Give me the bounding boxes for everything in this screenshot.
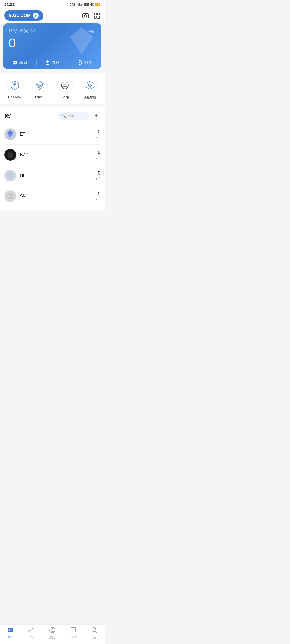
quick-chain-label: 快捷加链 — [84, 95, 96, 100]
quick-item-quick-chain[interactable]: EVM 快捷加链 — [82, 78, 98, 100]
search-icon: 🔍 — [61, 114, 66, 118]
quick-chain-icon: EVM — [85, 81, 95, 90]
svg-point-50 — [10, 155, 13, 158]
eth2-icon-wrap — [32, 78, 48, 93]
asset-item-bzz[interactable]: BZZ 0 ¥ 0 — [4, 145, 100, 165]
asset-item-hi[interactable]: hi HI 0 ¥ 0 — [4, 165, 100, 186]
bottom-spacer — [0, 211, 105, 232]
dapp-label: DApp — [61, 95, 69, 99]
hi-name: HI — [20, 173, 24, 178]
svg-marker-42 — [89, 86, 91, 88]
asset-label: 我的资产(¥) — [9, 29, 36, 34]
transfer-icon — [13, 60, 18, 65]
asset-item-left: hi HI — [4, 170, 24, 181]
gas-now-icon — [10, 80, 19, 90]
detail-link[interactable]: 详情 › — [88, 29, 96, 34]
svg-text:hi: hi — [9, 174, 12, 177]
svg-text:SKU: SKU — [8, 195, 13, 198]
asset-item-left: ETH — [4, 128, 28, 140]
assets-section: 资产 🔍 搜索 + ETH — [0, 107, 105, 211]
hi-amount: 0 — [96, 170, 100, 176]
eth2-label: Eth2.0 — [35, 95, 45, 99]
dapp-icon-wrap — [57, 78, 73, 93]
speed-indicator: 27.8 KB/s — [70, 3, 83, 6]
svg-point-47 — [8, 152, 10, 155]
status-time: 21:22 — [4, 2, 15, 7]
asset-card: 我的资产(¥) 详情 › 0 转账 — [3, 23, 102, 69]
eth2-icon — [36, 80, 44, 90]
app-header: 902D.COM › — [0, 8, 105, 23]
svg-point-18 — [31, 29, 35, 32]
asset-list: ETH 0 ¥ 0 BZZ 0 — [4, 124, 100, 206]
bzz-amount: 0 — [96, 150, 100, 155]
svg-text:EVM: EVM — [88, 84, 93, 86]
hi-logo: hi — [4, 170, 16, 181]
bzz-values: 0 ¥ 0 — [96, 150, 100, 160]
asset-item-eth[interactable]: ETH 0 ¥ 0 — [4, 124, 100, 145]
quick-chain-icon-wrap: EVM — [82, 78, 98, 93]
transfer-button[interactable]: 转账 — [13, 60, 27, 65]
card-divider-1 — [36, 60, 37, 65]
svg-marker-29 — [13, 83, 16, 86]
brand-button[interactable]: 902D.COM › — [4, 10, 44, 21]
card-actions: 转账 收款 闪兑 — [9, 56, 96, 69]
add-asset-button[interactable]: + — [92, 112, 100, 120]
brand-arrow-icon: › — [33, 13, 39, 19]
svg-rect-7 — [94, 13, 96, 15]
eye-icon[interactable] — [30, 29, 36, 34]
sku1-cny: ¥ 0 — [96, 197, 100, 201]
card-divider-2 — [68, 60, 68, 65]
brand-label: 902D.COM — [9, 13, 31, 18]
assets-title: 资产 — [4, 113, 13, 119]
svg-marker-39 — [63, 84, 67, 86]
hi-cny: ¥ 0 — [96, 177, 100, 181]
flash-exchange-button[interactable]: 闪兑 — [77, 60, 92, 65]
quick-item-dapp[interactable]: DApp — [57, 78, 73, 100]
eth-amount: 0 — [96, 129, 100, 135]
bzz-logo — [4, 149, 16, 161]
asset-item-left: SKU SKU1 — [4, 190, 31, 202]
receive-button[interactable]: 收款 — [45, 60, 60, 65]
scan-icon — [93, 12, 100, 19]
svg-rect-8 — [97, 13, 100, 15]
eth-values: 0 ¥ 0 — [96, 129, 100, 139]
dapp-icon — [61, 81, 69, 90]
quick-item-eth2[interactable]: Eth2.0 — [32, 78, 48, 100]
svg-point-19 — [32, 30, 34, 31]
search-box[interactable]: 🔍 搜索 — [57, 112, 90, 120]
status-icons: 27.8 KB/s HD 4G 18 — [70, 3, 100, 6]
svg-rect-9 — [94, 16, 96, 18]
svg-point-49 — [8, 155, 10, 158]
scan-button[interactable] — [93, 12, 100, 19]
quick-access: Gas Now Eth2.0 DApp — [0, 73, 105, 104]
sku1-values: 0 ¥ 0 — [96, 191, 100, 201]
assets-header: 资产 🔍 搜索 + — [4, 112, 100, 120]
status-bar: 21:22 27.8 KB/s HD 4G 18 — [0, 0, 105, 8]
eth-name: ETH — [20, 132, 28, 137]
network-indicator: 4G — [90, 3, 94, 6]
gas-now-icon-wrap — [7, 78, 23, 93]
camera-add-button[interactable] — [82, 12, 89, 19]
hi-values: 0 ¥ 0 — [96, 170, 100, 181]
flash-icon — [77, 60, 82, 65]
bzz-cny: ¥ 0 — [96, 156, 100, 160]
sku1-name: SKU1 — [20, 194, 31, 199]
search-placeholder: 搜索 — [67, 113, 74, 118]
svg-marker-27 — [79, 61, 80, 64]
sku1-logo: SKU — [4, 190, 16, 202]
eth-logo — [4, 128, 16, 140]
header-actions — [82, 12, 100, 19]
receive-icon — [45, 60, 50, 65]
eth-cny: ¥ 0 — [96, 135, 100, 139]
bzz-name: BZZ — [20, 152, 28, 157]
assets-search-row: 🔍 搜索 + — [57, 112, 100, 120]
asset-item-left: BZZ — [4, 149, 28, 161]
asset-item-sku1[interactable]: SKU SKU1 0 ¥ 0 — [4, 186, 100, 206]
sku1-amount: 0 — [96, 191, 100, 197]
hd-badge: HD — [84, 3, 89, 6]
gas-now-label: Gas Now — [8, 95, 21, 99]
svg-point-48 — [10, 152, 13, 155]
battery-indicator: 18 — [95, 3, 100, 6]
quick-item-gas-now[interactable]: Gas Now — [7, 78, 23, 100]
camera-add-icon — [82, 12, 89, 19]
